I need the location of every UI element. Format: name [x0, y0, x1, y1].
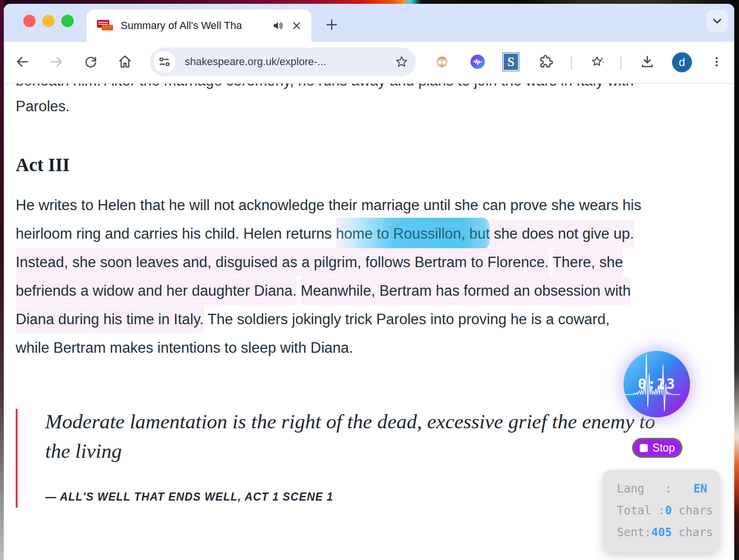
total-label: Total : [617, 500, 665, 521]
paragraph-line: befriends a widow and her daughter Diana… [16, 277, 725, 305]
quote-line-2: the living [45, 436, 720, 466]
lang-label: Lang : [617, 478, 672, 500]
face-extension-button[interactable] [432, 51, 452, 72]
save-to-collection-button[interactable] [587, 51, 608, 72]
tts-info-panel: Lang : EN Total : 0 chars Sent: 405 char… [603, 470, 720, 552]
close-window-button[interactable] [23, 15, 36, 27]
voice-wave-extension-icon [470, 54, 486, 70]
chevron-down-icon [711, 15, 723, 27]
reload-icon [84, 55, 98, 69]
tts-timer-widget[interactable]: 0:23 [624, 351, 690, 417]
kebab-menu-icon [711, 56, 722, 68]
url-text[interactable]: shakespeare.org.uk/explore-... [185, 56, 391, 68]
s-extension-button[interactable]: S [500, 51, 521, 72]
stop-button-label: Stop [653, 442, 675, 454]
forward-icon [49, 55, 64, 69]
highlighted-text-segment: she does not give up. [490, 220, 634, 248]
browser-toolbar: shakespeare.org.uk/explore-... [4, 42, 734, 84]
stop-icon [640, 444, 648, 452]
text-segment [297, 282, 301, 299]
highlighted-text-segment: Instead, she soon leaves and, disguised … [16, 248, 549, 276]
highlighted-text-segment: Diana during his time in Italy. [16, 305, 204, 333]
address-bar[interactable]: shakespeare.org.uk/explore-... [150, 48, 416, 76]
site-info-icon [158, 56, 171, 68]
bookmark-button[interactable] [391, 51, 412, 72]
sent-value: 405 [651, 526, 672, 539]
browser-window: Summary of All's Well Tha [4, 4, 734, 560]
text-segment: while Bertram makes intentions to sleep … [16, 339, 353, 356]
new-tab-button[interactable] [321, 14, 342, 35]
paragraph-line: while Bertram makes intentions to sleep … [16, 334, 725, 362]
desktop-wallpaper-right [734, 0, 739, 560]
downloads-button[interactable] [637, 51, 658, 72]
s-extension-icon: S [503, 53, 519, 71]
close-tab-icon[interactable] [289, 19, 304, 33]
highlighted-text-segment: home to Roussillon, but [336, 218, 490, 250]
paragraph-line: Instead, she soon leaves and, disguised … [16, 248, 725, 277]
paroles-line: Paroles. [16, 98, 70, 115]
face-extension-icon [434, 54, 450, 69]
quote-red-bar [16, 409, 18, 508]
tts-timer-text: 0:23 [624, 376, 690, 392]
download-icon [640, 54, 655, 69]
zoom-window-button[interactable] [61, 15, 74, 27]
audio-playing-icon[interactable] [271, 20, 285, 31]
reload-button[interactable] [80, 51, 101, 72]
toolbar-separator [620, 56, 622, 69]
desktop-wallpaper-left [0, 0, 4, 560]
page-content: beneath him. After the marriage ceremony… [4, 84, 734, 560]
profile-avatar[interactable]: d [672, 52, 692, 72]
text-segment: heirloom ring and carries his child. Hel… [16, 225, 336, 242]
lang-value: EN [693, 482, 707, 495]
paragraph-line: Diana during his time in Italy. The sold… [16, 305, 725, 334]
stop-button[interactable]: Stop [632, 438, 682, 458]
back-button[interactable] [12, 51, 33, 72]
tab-search-button[interactable] [706, 10, 728, 32]
panel-row-sent: Sent: 405 chars [617, 521, 707, 543]
text-segment: He writes to Helen that he will not ackn… [16, 197, 641, 213]
highlighted-text-segment: There, she [553, 248, 623, 276]
voice-wave-extension-button[interactable] [467, 51, 488, 72]
site-info-button[interactable] [154, 51, 175, 73]
star-sparkle-icon [590, 54, 605, 69]
panel-row-lang: Lang : EN [617, 478, 707, 500]
highlighted-text-segment: befriends a widow and her daughter Diana… [16, 277, 297, 305]
shakespeare-favicon [97, 19, 114, 32]
clipped-text-line: beneath him. After the marriage ceremony… [16, 84, 633, 91]
paragraph-line: He writes to Helen that he will not ackn… [16, 191, 725, 220]
home-button[interactable] [115, 51, 135, 72]
paragraph-line: heirloom ring and carries his child. Hel… [16, 220, 725, 248]
panel-row-total: Total : 0 chars [617, 500, 707, 521]
forward-button[interactable] [46, 51, 67, 72]
minimize-window-button[interactable] [42, 15, 55, 27]
quote-line-1: Moderate lamentation is the right of the… [45, 407, 720, 436]
summary-paragraph: He writes to Helen that he will not ackn… [16, 191, 725, 362]
highlighted-text-segment: Meanwhile, Bertram has formed an obsessi… [301, 277, 631, 305]
act-heading: Act III [16, 154, 70, 175]
extensions-puzzle-icon [539, 54, 554, 69]
extensions-button[interactable] [536, 51, 557, 72]
text-segment [549, 254, 553, 270]
text-segment: The soldiers jokingly trick Paroles into… [204, 311, 610, 328]
total-value: 0 [665, 504, 672, 517]
browser-menu-button[interactable] [706, 51, 727, 72]
quote-text: Moderate lamentation is the right of the… [45, 407, 720, 466]
tab-title-fade [248, 19, 270, 33]
bookmark-star-icon [395, 55, 408, 68]
home-icon [117, 54, 133, 69]
sent-label: Sent: [617, 521, 651, 543]
browser-tab[interactable]: Summary of All's Well Tha [86, 10, 311, 42]
back-icon [15, 55, 29, 69]
traffic-lights [23, 15, 74, 27]
quote-attribution: — ALL'S WELL THAT ENDS WELL, ACT 1 SCENE… [45, 491, 334, 503]
tab-strip: Summary of All's Well Tha [4, 4, 734, 42]
toolbar-separator [571, 56, 572, 69]
